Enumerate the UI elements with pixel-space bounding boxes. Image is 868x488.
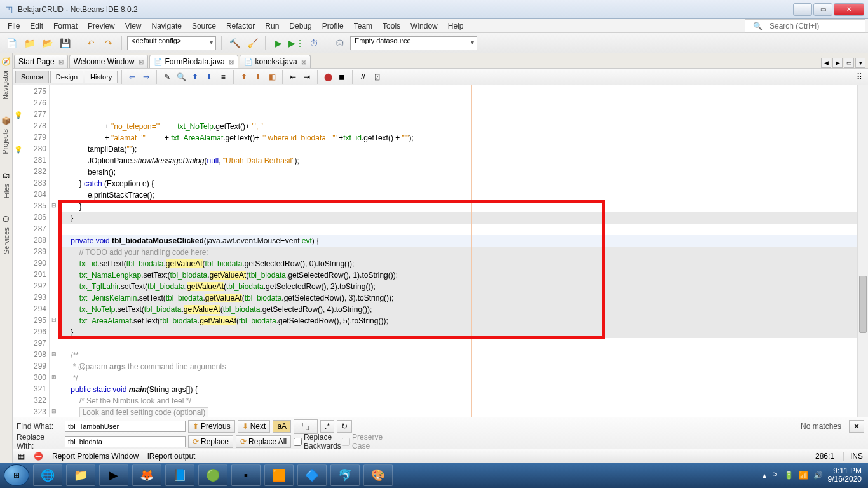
search-input[interactable]: [770, 22, 865, 30]
run-icon[interactable]: ▶: [271, 36, 286, 51]
tab-scroll-left[interactable]: ◀: [821, 58, 831, 68]
nav-back-icon[interactable]: ⇐: [126, 71, 139, 83]
pin-icon[interactable]: ⠿: [853, 71, 865, 83]
taskbar-phpmyadmin[interactable]: 🐬: [330, 464, 360, 486]
close-icon[interactable]: ⊠: [229, 58, 234, 65]
find-prev-button[interactable]: ⬆Previous: [188, 420, 235, 433]
taskbar-clock[interactable]: 9:11 PM 9/16/2020: [828, 467, 864, 484]
menu-view[interactable]: View: [120, 20, 147, 32]
redo-icon[interactable]: ↷: [101, 36, 116, 51]
output-icon[interactable]: ▦: [18, 452, 25, 461]
code-area[interactable]: + "no_telepon='" + txt_NoTelp.getText()+…: [58, 85, 857, 417]
comment-icon[interactable]: //: [356, 71, 369, 83]
close-icon[interactable]: ⊠: [301, 58, 306, 65]
undo-icon[interactable]: ↶: [83, 36, 98, 51]
vertical-scrollbar[interactable]: [857, 85, 868, 417]
config-combo[interactable]: <default config>: [127, 36, 216, 50]
sidebar-services[interactable]: ⛁Services: [3, 215, 10, 258]
replace-input[interactable]: [65, 436, 186, 447]
taskbar-media[interactable]: ▶: [99, 464, 128, 486]
quick-search[interactable]: 🔍: [745, 19, 865, 33]
taskbar-xampp[interactable]: 🟧: [264, 464, 294, 486]
menu-run[interactable]: Run: [260, 20, 284, 32]
menu-source[interactable]: Source: [187, 20, 221, 32]
find-input[interactable]: [65, 421, 186, 432]
close-button[interactable]: ✕: [834, 3, 864, 16]
tab-scroll-right[interactable]: ▶: [832, 58, 843, 68]
new-file-icon[interactable]: 📄: [4, 36, 19, 51]
save-all-icon[interactable]: 💾: [57, 36, 72, 51]
menu-format[interactable]: Format: [48, 20, 83, 32]
menu-profile[interactable]: Profile: [317, 20, 349, 32]
system-tray[interactable]: ▴ 🏳 🔋 📶 🔊 9:11 PM 9/16/2020: [763, 467, 864, 484]
taskbar-paint[interactable]: 🎨: [363, 464, 393, 486]
whole-word-button[interactable]: 「」: [294, 419, 318, 434]
macro-rec-icon[interactable]: ⬤: [322, 71, 334, 83]
menu-help[interactable]: Help: [443, 20, 469, 32]
flag-icon[interactable]: 🏳: [771, 471, 779, 480]
battery-icon[interactable]: 🔋: [784, 471, 794, 480]
sidebar-projects[interactable]: 📦Projects: [1, 116, 11, 158]
network-icon[interactable]: 📶: [799, 471, 808, 480]
view-history-button[interactable]: History: [85, 71, 118, 83]
bookmark-toggle-icon[interactable]: ◧: [266, 71, 278, 83]
volume-icon[interactable]: 🔊: [813, 471, 823, 480]
datasource-combo[interactable]: Empty datasource: [350, 36, 477, 50]
taskbar-firefox[interactable]: 🦊: [132, 464, 161, 486]
view-design-button[interactable]: Design: [50, 71, 83, 83]
clean-build-icon[interactable]: 🧹: [245, 36, 260, 51]
replace-button[interactable]: ⟳Replace: [188, 435, 233, 448]
debug-icon[interactable]: ▶⋮: [288, 36, 304, 51]
menu-refactor[interactable]: Refactor: [221, 20, 260, 32]
find-selection-icon[interactable]: 🔍: [175, 71, 187, 83]
macro-stop-icon[interactable]: ◼: [336, 71, 348, 83]
menu-tools[interactable]: Tools: [377, 20, 405, 32]
open-project-icon[interactable]: 📂: [39, 36, 55, 51]
tab-maximize[interactable]: ▭: [844, 58, 854, 68]
sidebar-files[interactable]: 🗂Files: [3, 171, 10, 202]
shift-right-icon[interactable]: ⇥: [301, 71, 313, 83]
new-project-icon[interactable]: 📁: [22, 36, 37, 51]
replace-all-button[interactable]: ⟳Replace All: [236, 435, 291, 448]
menu-team[interactable]: Team: [349, 20, 377, 32]
find-next-icon[interactable]: ⬇: [203, 71, 215, 83]
toggle-highlight-icon[interactable]: ≡: [217, 71, 229, 83]
sidebar-navigator[interactable]: 🧭Navigator: [1, 57, 11, 104]
replace-backwards-check[interactable]: Replace Backwards: [294, 433, 339, 451]
tab-formbiodata[interactable]: 📄FormBiodata.java⊠: [149, 55, 238, 68]
taskbar-cmd[interactable]: ▪: [231, 464, 261, 486]
scrollbar-thumb[interactable]: [859, 276, 867, 333]
taskbar-ie[interactable]: 🌐: [33, 464, 62, 486]
status-ireport[interactable]: iReport output: [147, 452, 195, 461]
code-editor[interactable]: 275276277💡278279280💡28128228328428528628…: [13, 85, 868, 417]
find-prev-icon[interactable]: ⬆: [189, 71, 201, 83]
taskbar-chrome[interactable]: 🟢: [198, 464, 227, 486]
minimize-button[interactable]: —: [793, 3, 812, 16]
bookmark-prev-icon[interactable]: ⬆: [238, 71, 250, 83]
uncomment-icon[interactable]: ⍁: [370, 71, 383, 83]
start-button[interactable]: ⊞: [4, 464, 29, 486]
menu-preview[interactable]: Preview: [83, 20, 120, 32]
view-source-button[interactable]: Source: [15, 71, 49, 83]
tab-start-page[interactable]: Start Page⊠: [14, 55, 68, 68]
show-hidden-icon[interactable]: ▴: [763, 471, 766, 480]
tab-list[interactable]: ▾: [855, 58, 865, 68]
menu-navigate[interactable]: Navigate: [147, 20, 187, 32]
last-edit-icon[interactable]: ✎: [161, 71, 173, 83]
shift-left-icon[interactable]: ⇤: [287, 71, 299, 83]
close-find-button[interactable]: ✕: [849, 420, 864, 433]
taskbar-explorer[interactable]: 📁: [66, 464, 95, 486]
menu-window[interactable]: Window: [405, 20, 443, 32]
regex-button[interactable]: .*: [320, 420, 334, 433]
bookmark-next-icon[interactable]: ⬇: [252, 71, 264, 83]
tab-koneksi[interactable]: 📄koneksi.java⊠: [240, 55, 311, 68]
taskbar-word[interactable]: 📘: [165, 464, 194, 486]
tab-welcome[interactable]: Welcome Window⊠: [69, 55, 148, 68]
maximize-button[interactable]: ▭: [813, 3, 832, 16]
db-icon[interactable]: ⛁: [332, 36, 348, 51]
close-icon[interactable]: ⊠: [58, 58, 64, 65]
menu-debug[interactable]: Debug: [284, 20, 316, 32]
match-case-button[interactable]: aA: [273, 420, 291, 433]
status-report[interactable]: Report Problems Window: [52, 452, 139, 461]
menu-file[interactable]: File: [3, 20, 25, 32]
